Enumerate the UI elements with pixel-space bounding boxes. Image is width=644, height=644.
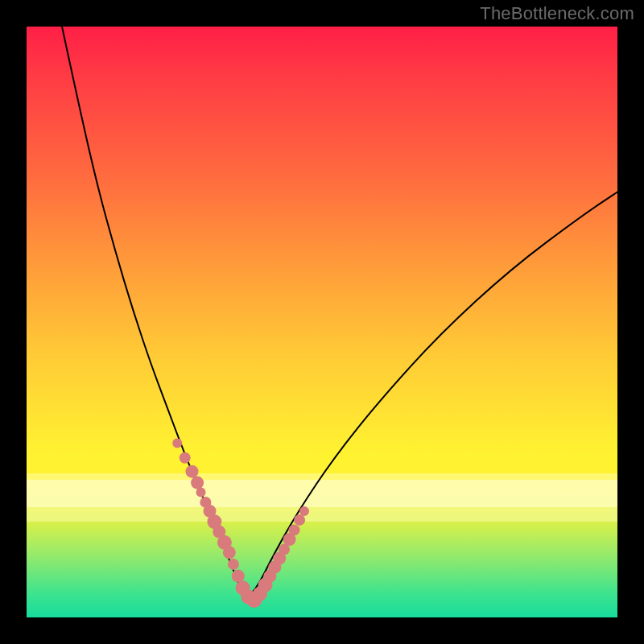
chart-frame: TheBottleneck.com (0, 0, 644, 644)
watermark-text: TheBottleneck.com (480, 3, 634, 24)
highlight-dot (196, 487, 206, 497)
plot-area (27, 27, 617, 617)
highlight-dot (299, 506, 309, 516)
highlight-dot (223, 546, 236, 559)
plot-svg (27, 27, 617, 617)
highlight-dot (186, 465, 199, 478)
highlight-dot (228, 559, 239, 570)
highlight-dot (232, 570, 245, 583)
highlight-dot (172, 439, 182, 448)
highlight-dot (191, 477, 204, 489)
highlight-dots-group (172, 439, 309, 609)
highlight-dot (180, 452, 191, 464)
highlight-dot (289, 524, 300, 535)
highlight-dot (294, 514, 305, 526)
